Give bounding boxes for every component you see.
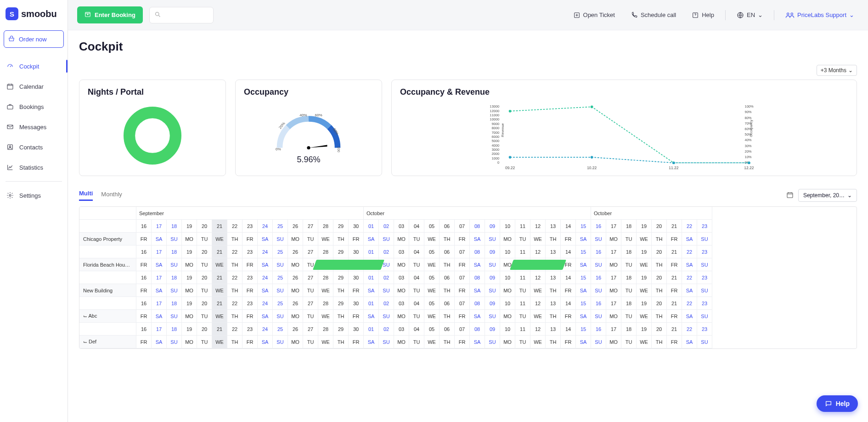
calendar-cell[interactable]: 23: [242, 245, 258, 258]
calendar-cell[interactable]: 16: [136, 220, 152, 233]
open-ticket-button[interactable]: Open Ticket: [569, 9, 620, 22]
calendar-cell[interactable]: SU: [591, 233, 606, 245]
calendar-cell[interactable]: MO: [182, 284, 197, 297]
calendar-cell[interactable]: TU: [303, 233, 318, 245]
order-now-button[interactable]: Order now: [4, 30, 64, 48]
calendar-cell[interactable]: SU: [697, 336, 712, 348]
calendar-cell[interactable]: TU: [197, 310, 212, 323]
calendar-cell[interactable]: 03: [394, 220, 409, 233]
calendar-cell[interactable]: 23: [697, 297, 712, 310]
calendar-cell[interactable]: 17: [606, 297, 621, 310]
calendar-cell[interactable]: 29: [333, 220, 349, 233]
calendar-cell[interactable]: 23: [242, 323, 258, 336]
calendar-cell[interactable]: FR: [667, 336, 682, 348]
calendar-cell[interactable]: 06: [440, 271, 455, 284]
brand-logo[interactable]: S smoobu: [0, 6, 68, 29]
calendar-cell[interactable]: 20: [197, 271, 212, 284]
calendar-cell[interactable]: SU: [379, 310, 394, 323]
calendar-cell[interactable]: 18: [621, 297, 637, 310]
calendar-cell[interactable]: 05: [424, 297, 440, 310]
calendar-cell[interactable]: 18: [621, 323, 637, 336]
calendar-cell[interactable]: FR: [349, 284, 364, 297]
calendar-cell[interactable]: TU: [621, 310, 637, 323]
calendar-cell[interactable]: 15: [576, 323, 591, 336]
calendar-cell[interactable]: TH: [546, 233, 561, 245]
calendar-cell[interactable]: 15: [576, 271, 591, 284]
calendar-cell[interactable]: 14: [561, 245, 576, 258]
calendar-cell[interactable]: 17: [606, 245, 621, 258]
calendar-cell[interactable]: TU: [515, 336, 530, 348]
calendar-cell[interactable]: 11: [515, 220, 530, 233]
calendar-cell[interactable]: 19: [637, 271, 652, 284]
calendar-cell[interactable]: SA: [682, 336, 697, 348]
calendar-cell[interactable]: 11: [515, 297, 530, 310]
calendar-cell[interactable]: 14: [561, 271, 576, 284]
calendar-cell[interactable]: 01: [364, 245, 379, 258]
calendar-cell[interactable]: SA: [470, 336, 485, 348]
calendar-cell[interactable]: 19: [182, 271, 197, 284]
calendar-cell[interactable]: 24: [258, 220, 273, 233]
sidebar-item-statistics[interactable]: Statistics: [0, 157, 68, 177]
calendar-cell[interactable]: SU: [167, 233, 182, 245]
calendar-cell[interactable]: 01: [364, 297, 379, 310]
calendar-cell[interactable]: MO: [606, 258, 621, 271]
month-selector[interactable]: September, 20…⌄: [798, 189, 857, 202]
calendar-cell[interactable]: TH: [546, 284, 561, 297]
calendar-cell[interactable]: 28: [318, 323, 333, 336]
calendar-cell[interactable]: 16: [591, 220, 606, 233]
calendar-cell[interactable]: 21: [212, 271, 227, 284]
calendar-cell[interactable]: MO: [182, 310, 197, 323]
calendar-cell[interactable]: 07: [455, 245, 470, 258]
calendar-cell[interactable]: 28: [318, 271, 333, 284]
calendar-cell[interactable]: 18: [167, 220, 182, 233]
calendar-cell[interactable]: 23: [697, 245, 712, 258]
calendar-cell[interactable]: 16: [591, 245, 606, 258]
calendar-cell[interactable]: 04: [409, 297, 424, 310]
calendar-cell[interactable]: 05: [424, 220, 440, 233]
calendar-cell[interactable]: 08: [470, 271, 485, 284]
calendar-cell[interactable]: FR: [455, 284, 470, 297]
calendar-cell[interactable]: 06: [440, 220, 455, 233]
calendar-cell[interactable]: 05: [424, 271, 440, 284]
calendar-cell[interactable]: MO: [182, 258, 197, 271]
calendar-cell[interactable]: TH: [546, 310, 561, 323]
calendar-cell[interactable]: TU: [409, 284, 424, 297]
calendar-cell[interactable]: 07: [455, 271, 470, 284]
calendar-cell[interactable]: 27: [303, 297, 318, 310]
calendar-cell[interactable]: FR: [349, 233, 364, 245]
calendar-cell[interactable]: 17: [152, 245, 167, 258]
calendar-cell[interactable]: 05: [424, 323, 440, 336]
calendar-cell[interactable]: FR: [455, 233, 470, 245]
calendar-cell[interactable]: FR: [242, 336, 258, 348]
calendar-cell[interactable]: FR: [349, 310, 364, 323]
calendar-cell[interactable]: SA: [576, 284, 591, 297]
calendar-cell[interactable]: 25: [273, 271, 288, 284]
calendar-cell[interactable]: 20: [197, 220, 212, 233]
property-name[interactable]: ⌙ Abc: [79, 310, 136, 323]
calendar-cell[interactable]: MO: [288, 258, 303, 271]
calendar-cell[interactable]: MO: [394, 258, 409, 271]
calendar-cell[interactable]: 14: [561, 323, 576, 336]
calendar-cell[interactable]: 22: [227, 297, 242, 310]
calendar-cell[interactable]: TH: [227, 336, 242, 348]
calendar-cell[interactable]: WE: [424, 310, 440, 323]
calendar-cell[interactable]: 15: [576, 220, 591, 233]
calendar-cell[interactable]: SU: [591, 310, 606, 323]
calendar-cell[interactable]: WE: [212, 284, 227, 297]
calendar-cell[interactable]: SA: [682, 310, 697, 323]
calendar-cell[interactable]: 13: [546, 245, 561, 258]
calendar-cell[interactable]: 29: [333, 245, 349, 258]
calendar-cell[interactable]: FR: [455, 258, 470, 271]
calendar-cell[interactable]: 02: [379, 220, 394, 233]
calendar-cell[interactable]: TH: [227, 258, 242, 271]
calendar-cell[interactable]: 19: [182, 220, 197, 233]
calendar-cell[interactable]: WE: [637, 233, 652, 245]
calendar-cell[interactable]: TU: [515, 310, 530, 323]
calendar-cell[interactable]: WE: [318, 310, 333, 323]
calendar-cell[interactable]: WE: [318, 336, 333, 348]
calendar-cell[interactable]: 25: [273, 220, 288, 233]
calendar-cell[interactable]: TU: [621, 284, 637, 297]
calendar-cell[interactable]: 29: [333, 297, 349, 310]
calendar-cell[interactable]: 22: [682, 220, 697, 233]
calendar-cell[interactable]: MO: [500, 336, 515, 348]
